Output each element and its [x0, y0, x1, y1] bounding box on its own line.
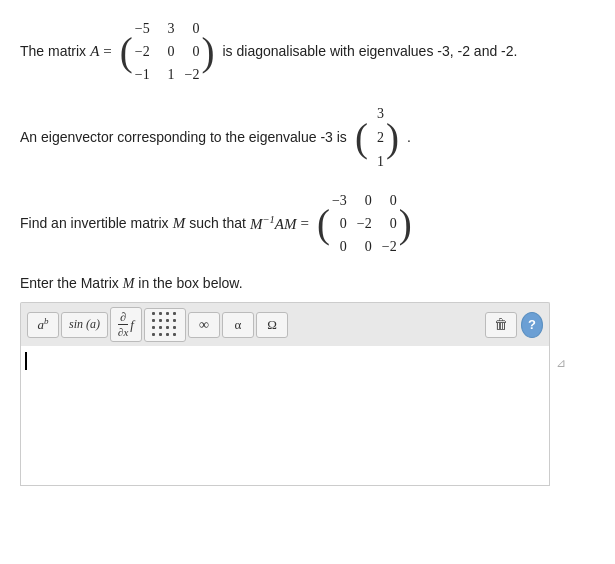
para3-M: M [173, 212, 186, 235]
para3-eq: = [300, 212, 308, 235]
alpha-label: α [235, 317, 242, 333]
infinity-label: ∞ [199, 317, 209, 333]
cell-D-10: 0 [333, 213, 347, 234]
sin-button[interactable]: sin (a) [61, 312, 108, 338]
text-cursor [25, 352, 27, 370]
input-label-suffix: in the box below. [138, 275, 242, 291]
cell-A-22: −2 [185, 64, 200, 85]
deriv-label: ∂ ∂x [118, 311, 128, 338]
ev-1: 2 [370, 127, 384, 148]
deriv-f: f [130, 317, 134, 333]
omega-label: Ω [267, 317, 277, 333]
bracket-right-ev: ) [386, 118, 399, 157]
cell-A-20: −1 [135, 64, 150, 85]
para1-A: A [90, 40, 99, 63]
bracket-right-A: ) [201, 32, 214, 71]
resize-handle-icon[interactable]: ⊿ [556, 356, 566, 371]
trash-button[interactable]: 🗑 [485, 312, 517, 338]
cell-D-22: −2 [382, 236, 397, 257]
para3-sup: −1 [262, 214, 274, 225]
toolbar-right: 🗑 ? [485, 312, 543, 338]
input-label-prefix: Enter the Matrix [20, 275, 123, 291]
cell-A-12: 0 [185, 41, 199, 62]
ab-label: ab [38, 316, 49, 333]
cell-D-11: −2 [357, 213, 372, 234]
cell-D-02: 0 [383, 190, 397, 211]
math-toolbar: ab sin (a) ∂ ∂x f ∞ α [20, 302, 550, 346]
help-button[interactable]: ? [521, 312, 543, 338]
cell-D-21: 0 [358, 236, 372, 257]
math-input-area[interactable] [20, 346, 550, 486]
derivative-button[interactable]: ∂ ∂x f [110, 307, 142, 342]
bracket-left-ev: ( [355, 118, 368, 157]
bracket-right-D: ) [399, 204, 412, 243]
para1-equals: = [103, 40, 111, 63]
para3-middle: such that [189, 213, 246, 234]
cell-A-00: −5 [135, 18, 150, 39]
ev-0: 3 [370, 103, 384, 124]
para1-prefix: The matrix [20, 41, 86, 62]
superscript-button[interactable]: ab [27, 312, 59, 338]
cell-D-12: 0 [383, 213, 397, 234]
paragraph-3: Find an invertible matrix M such that M−… [20, 190, 595, 257]
cell-D-00: −3 [332, 190, 347, 211]
ev-2: 1 [370, 151, 384, 172]
cell-A-11: 0 [161, 41, 175, 62]
para1-suffix: is diagonalisable with eigenvalues -3, -… [222, 41, 517, 62]
cell-A-02: 0 [185, 18, 199, 39]
trash-icon: 🗑 [494, 317, 508, 333]
eigenvector: ( 3 2 1 ) [355, 103, 399, 172]
para2-prefix: An eigenvector corresponding to the eige… [20, 127, 347, 148]
cell-D-20: 0 [333, 236, 347, 257]
para3-prefix: Find an invertible matrix [20, 213, 169, 234]
question-icon: ? [528, 317, 536, 332]
eigenvector-cells: 3 2 1 [370, 103, 384, 172]
input-label-row: Enter the Matrix M in the box below. [20, 275, 595, 292]
infinity-button[interactable]: ∞ [188, 312, 220, 338]
input-section: ab sin (a) ∂ ∂x f ∞ α [20, 302, 550, 486]
bracket-left-D: ( [317, 204, 330, 243]
matrix-D: ( −3 0 0 0 −2 0 0 0 −2 ) [317, 190, 412, 257]
para2-suffix: . [407, 127, 411, 148]
matrix-A: ( −5 3 0 −2 0 0 −1 1 −2 ) [120, 18, 215, 85]
paragraph-2: An eigenvector corresponding to the eige… [20, 103, 595, 172]
cell-A-21: 1 [161, 64, 175, 85]
cell-A-01: 3 [161, 18, 175, 39]
bracket-left-A: ( [120, 32, 133, 71]
grid-icon [152, 312, 178, 338]
alpha-button[interactable]: α [222, 312, 254, 338]
matrix-D-cells: −3 0 0 0 −2 0 0 0 −2 [332, 190, 397, 257]
para3-formula: M−1AM [250, 212, 297, 236]
omega-button[interactable]: Ω [256, 312, 288, 338]
matrix-A-cells: −5 3 0 −2 0 0 −1 1 −2 [135, 18, 200, 85]
input-label-M: M [123, 276, 135, 291]
cell-D-01: 0 [358, 190, 372, 211]
cell-A-10: −2 [135, 41, 150, 62]
paragraph-1: The matrix A = ( −5 3 0 −2 0 0 −1 1 −2 )… [20, 18, 595, 85]
sin-label: sin (a) [69, 317, 100, 332]
matrix-grid-button[interactable] [144, 308, 186, 342]
